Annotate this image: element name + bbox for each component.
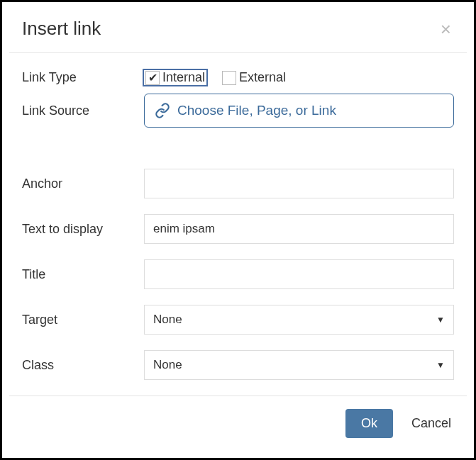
- dialog-footer: Ok Cancel: [9, 396, 467, 451]
- checkbox-icon: ✔: [145, 71, 160, 85]
- title-input[interactable]: [144, 259, 454, 289]
- checkbox-icon: [222, 71, 236, 85]
- anchor-label: Anchor: [22, 176, 144, 191]
- link-type-row: Link Type ✔ Internal External: [22, 70, 454, 85]
- class-label: Class: [22, 358, 144, 373]
- link-type-internal[interactable]: ✔ Internal: [144, 70, 206, 85]
- link-type-internal-label: Internal: [162, 70, 205, 85]
- caret-down-icon: ▼: [436, 360, 445, 370]
- anchor-input[interactable]: [144, 169, 454, 198]
- class-value: None: [153, 358, 182, 372]
- target-label: Target: [22, 313, 144, 327]
- anchor-row: Anchor: [22, 169, 454, 198]
- choose-source-text: Choose File, Page, or Link: [177, 103, 336, 118]
- ok-button[interactable]: Ok: [345, 409, 393, 438]
- dialog-header: Insert link ×: [9, 9, 467, 53]
- choose-source-button[interactable]: Choose File, Page, or Link: [144, 94, 454, 128]
- caret-down-icon: ▼: [436, 315, 445, 325]
- target-value: None: [153, 313, 182, 327]
- text-to-display-label: Text to display: [22, 222, 144, 237]
- link-type-external[interactable]: External: [222, 70, 286, 85]
- target-row: Target None ▼: [22, 305, 454, 335]
- target-select[interactable]: None ▼: [144, 305, 454, 335]
- insert-link-dialog: Insert link × Link Type ✔ Internal Exter…: [9, 9, 467, 451]
- link-source-row: Link Source Choose File, Page, or Link: [22, 94, 454, 128]
- title-row: Title: [22, 259, 454, 289]
- link-type-external-label: External: [239, 70, 286, 85]
- text-to-display-input[interactable]: [144, 214, 454, 244]
- class-select[interactable]: None ▼: [144, 350, 454, 380]
- dialog-title: Insert link: [22, 18, 101, 40]
- link-type-label: Link Type: [22, 70, 144, 85]
- class-row: Class None ▼: [22, 350, 454, 380]
- link-source-label: Link Source: [22, 103, 144, 118]
- text-to-display-row: Text to display: [22, 214, 454, 244]
- dialog-body: Link Type ✔ Internal External Link Sourc…: [9, 53, 467, 380]
- close-icon[interactable]: ×: [438, 20, 454, 38]
- title-field-label: Title: [22, 267, 144, 282]
- cancel-button[interactable]: Cancel: [409, 409, 454, 438]
- link-icon: [155, 103, 170, 118]
